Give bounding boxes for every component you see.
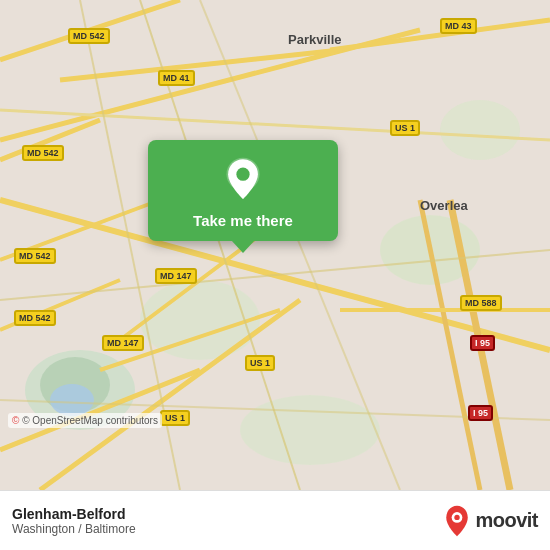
road-badge-us1-top: US 1 — [390, 120, 420, 136]
svg-point-6 — [440, 100, 520, 160]
place-label-overlea: Overlea — [420, 198, 468, 213]
svg-point-3 — [50, 384, 94, 416]
road-badge-md542-top: MD 542 — [68, 28, 110, 44]
svg-point-31 — [236, 168, 249, 181]
road-badge-md41: MD 41 — [158, 70, 195, 86]
moovit-pin-icon — [443, 504, 471, 538]
moovit-logo: moovit — [443, 504, 538, 538]
location-info: Glenham-Belford Washington / Baltimore — [12, 506, 136, 536]
location-name: Glenham-Belford — [12, 506, 136, 522]
road-badge-md147-top: MD 147 — [155, 268, 197, 284]
navigate-tooltip[interactable]: Take me there — [148, 140, 338, 241]
take-me-there-button[interactable]: Take me there — [193, 212, 293, 229]
road-badge-us1-low: US 1 — [245, 355, 275, 371]
road-badge-md588: MD 588 — [460, 295, 502, 311]
road-badge-md542-low: MD 542 — [14, 248, 56, 264]
road-badge-us1-bottom: US 1 — [160, 410, 190, 426]
moovit-brand-text: moovit — [475, 509, 538, 532]
road-badge-md542-mid: MD 542 — [22, 145, 64, 161]
copyright-label: © OpenStreetMap contributors — [22, 415, 158, 426]
bottom-bar: Glenham-Belford Washington / Baltimore m… — [0, 490, 550, 550]
svg-point-33 — [455, 514, 460, 519]
svg-point-4 — [140, 280, 260, 360]
location-region: Washington / Baltimore — [12, 522, 136, 536]
road-badge-md147-low: MD 147 — [102, 335, 144, 351]
road-badge-i95-bot: I 95 — [468, 405, 493, 421]
map-container: Parkville Overlea MD 542 MD 41 MD 43 US … — [0, 0, 550, 490]
road-badge-i95-top: I 95 — [470, 335, 495, 351]
place-label-parkville: Parkville — [288, 32, 342, 47]
road-badge-md542-bot: MD 542 — [14, 310, 56, 326]
copyright-text: © © OpenStreetMap contributors — [8, 413, 162, 428]
location-pin-icon — [219, 156, 267, 204]
road-badge-md43: MD 43 — [440, 18, 477, 34]
svg-point-7 — [240, 395, 380, 465]
